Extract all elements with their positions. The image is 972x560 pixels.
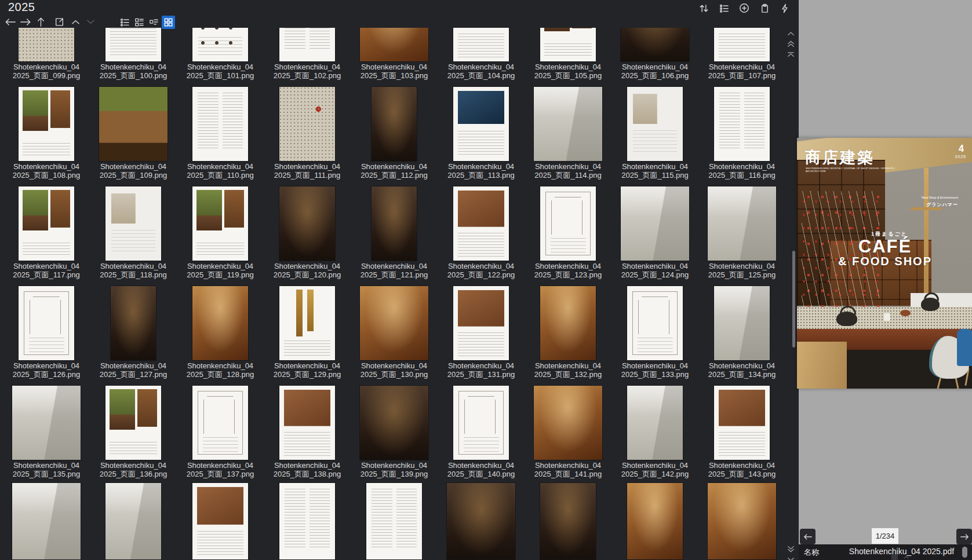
compact-view-icon[interactable] xyxy=(147,16,161,29)
scroll-down-icon[interactable] xyxy=(785,555,796,560)
cover-tagline-name: グランハマー xyxy=(926,202,958,208)
file-item[interactable] xyxy=(525,483,611,560)
file-item[interactable]: Shotenkenchiku_04 2025_页面_111.png xyxy=(264,85,351,184)
file-thumbnail xyxy=(611,85,698,161)
file-item[interactable]: Shotenkenchiku_04 2025_页面_100.png xyxy=(90,28,177,85)
scroll-to-top-icon[interactable] xyxy=(785,50,796,59)
scroll-indicator-icon xyxy=(962,547,967,558)
file-item[interactable]: Shotenkenchiku_04 2025_页面_103.png xyxy=(351,28,438,85)
quick-actions-icon[interactable] xyxy=(779,2,791,14)
file-item[interactable]: Shotenkenchiku_04 2025_页面_129.png xyxy=(264,284,351,383)
scroll-page-up-icon[interactable] xyxy=(785,39,796,49)
file-item[interactable] xyxy=(90,483,177,560)
file-item[interactable]: Shotenkenchiku_04 2025_页面_114.png xyxy=(525,85,611,184)
file-item[interactable]: Shotenkenchiku_04 2025_页面_143.png xyxy=(698,383,784,483)
mini-chevron-up-icon[interactable] xyxy=(903,554,909,560)
file-item[interactable]: Shotenkenchiku_04 2025_页面_113.png xyxy=(438,85,525,184)
file-item[interactable]: Shotenkenchiku_04 2025_页面_104.png xyxy=(438,28,525,85)
next-page-button[interactable] xyxy=(956,529,972,544)
file-item[interactable]: Shotenkenchiku_04 2025_页面_132.png xyxy=(525,284,611,383)
file-item[interactable] xyxy=(3,483,90,560)
file-item[interactable]: Shotenkenchiku_04 2025_页面_137.png xyxy=(177,383,264,483)
file-info-bar: 名称 Shotenkenchiku_04 2025.pdf xyxy=(799,544,972,560)
file-item[interactable] xyxy=(438,483,525,560)
file-name: Shotenkenchiku_04 2025_页面_129.png xyxy=(257,361,358,379)
file-item[interactable]: Shotenkenchiku_04 2025_页面_136.png xyxy=(90,383,177,483)
file-item[interactable]: Shotenkenchiku_04 2025_页面_140.png xyxy=(438,383,525,483)
file-item[interactable]: Shotenkenchiku_04 2025_页面_123.png xyxy=(525,184,611,284)
file-thumbnail xyxy=(90,85,177,161)
file-thumbnail xyxy=(3,383,90,460)
file-name: Shotenkenchiku_04 2025_页面_128.png xyxy=(170,361,271,379)
file-item[interactable]: Shotenkenchiku_04 2025_页面_120.png xyxy=(264,184,351,284)
file-item[interactable]: Shotenkenchiku_04 2025_页面_122.png xyxy=(438,184,525,284)
scroll-page-down-icon[interactable] xyxy=(785,544,796,554)
file-item[interactable]: Shotenkenchiku_04 2025_页面_105.png xyxy=(525,28,611,85)
file-thumbnail xyxy=(90,483,177,559)
file-item[interactable]: Shotenkenchiku_04 2025_页面_135.png xyxy=(3,383,90,483)
sort-icon[interactable] xyxy=(698,2,709,14)
cards-view-icon[interactable] xyxy=(133,16,146,29)
file-name: Shotenkenchiku_04 2025_页面_110.png xyxy=(170,162,271,180)
file-item[interactable]: Shotenkenchiku_04 2025_页面_116.png xyxy=(698,85,784,184)
file-item[interactable]: Shotenkenchiku_04 2025_页面_141.png xyxy=(525,383,611,483)
file-item[interactable] xyxy=(264,483,351,560)
file-info-label: 名称 xyxy=(804,547,819,558)
cover-art-layer xyxy=(900,310,911,316)
file-item[interactable] xyxy=(351,483,438,560)
file-item[interactable]: Shotenkenchiku_04 2025_页面_109.png xyxy=(90,85,177,184)
scroll-up-icon[interactable] xyxy=(785,29,796,38)
file-item[interactable]: Shotenkenchiku_04 2025_页面_128.png xyxy=(177,284,264,383)
file-thumbnail xyxy=(611,28,698,61)
paste-icon[interactable] xyxy=(759,2,770,14)
list-options-icon[interactable] xyxy=(718,2,730,14)
file-item[interactable]: Shotenkenchiku_04 2025_页面_102.png xyxy=(264,28,351,85)
file-item[interactable] xyxy=(611,483,698,560)
file-item[interactable]: Shotenkenchiku_04 2025_页面_118.png xyxy=(90,184,177,284)
mini-grid-icon[interactable] xyxy=(891,554,898,560)
file-item[interactable]: Shotenkenchiku_04 2025_页面_108.png xyxy=(3,85,90,184)
file-item[interactable]: Shotenkenchiku_04 2025_页面_127.png xyxy=(90,284,177,383)
grid-view-icon[interactable] xyxy=(162,16,175,29)
file-item[interactable]: Shotenkenchiku_04 2025_页面_106.png xyxy=(611,28,698,85)
previous-page-button[interactable] xyxy=(800,529,816,544)
file-item[interactable]: Shotenkenchiku_04 2025_页面_110.png xyxy=(177,85,264,184)
file-item[interactable]: Shotenkenchiku_04 2025_页面_115.png xyxy=(611,85,698,184)
file-item[interactable]: Shotenkenchiku_04 2025_页面_130.png xyxy=(351,284,438,383)
file-item[interactable]: Shotenkenchiku_04 2025_页面_125.png xyxy=(698,184,784,284)
file-name: Shotenkenchiku_04 2025_页面_100.png xyxy=(83,63,184,80)
file-thumbnail xyxy=(611,483,698,559)
file-thumbnail xyxy=(611,284,698,360)
file-item[interactable] xyxy=(698,483,784,560)
file-item[interactable]: Shotenkenchiku_04 2025_页面_121.png xyxy=(351,184,438,284)
file-item[interactable]: Shotenkenchiku_04 2025_页面_101.png xyxy=(177,28,264,85)
file-item[interactable]: Shotenkenchiku_04 2025_页面_117.png xyxy=(3,184,90,284)
back-icon[interactable] xyxy=(5,16,16,28)
up-icon[interactable] xyxy=(35,16,46,28)
file-item[interactable]: Shotenkenchiku_04 2025_页面_131.png xyxy=(438,284,525,383)
file-item[interactable]: Shotenkenchiku_04 2025_页面_119.png xyxy=(177,184,264,284)
file-item[interactable]: Shotenkenchiku_04 2025_页面_134.png xyxy=(698,284,784,383)
file-name: Shotenkenchiku_04 2025_页面_120.png xyxy=(257,262,358,279)
collapse-up-icon[interactable] xyxy=(70,16,81,28)
scrollbar-thumb[interactable] xyxy=(792,251,795,347)
file-item[interactable]: Shotenkenchiku_04 2025_页面_139.png xyxy=(351,383,438,483)
file-item[interactable]: Shotenkenchiku_04 2025_页面_142.png xyxy=(611,383,698,483)
file-item[interactable]: Shotenkenchiku_04 2025_页面_138.png xyxy=(264,383,351,483)
open-new-window-icon[interactable] xyxy=(53,16,65,28)
file-manager-window: 2025 xyxy=(0,0,972,560)
forward-icon[interactable] xyxy=(20,16,31,28)
file-item[interactable]: Shotenkenchiku_04 2025_页面_099.png xyxy=(3,28,90,85)
file-thumbnail xyxy=(525,383,611,460)
file-name: Shotenkenchiku_04 2025_页面_121.png xyxy=(344,262,445,279)
zoom-add-icon[interactable] xyxy=(738,2,750,14)
file-name: Shotenkenchiku_04 2025_页面_137.png xyxy=(170,461,271,478)
collapse-down-icon[interactable] xyxy=(85,16,96,28)
file-item[interactable] xyxy=(177,483,264,560)
file-item[interactable]: Shotenkenchiku_04 2025_页面_133.png xyxy=(611,284,698,383)
file-item[interactable]: Shotenkenchiku_04 2025_页面_124.png xyxy=(611,184,698,284)
file-item[interactable]: Shotenkenchiku_04 2025_页面_112.png xyxy=(351,85,438,184)
list-view-icon[interactable] xyxy=(118,16,132,29)
file-item[interactable]: Shotenkenchiku_04 2025_页面_107.png xyxy=(698,28,784,85)
file-item[interactable]: Shotenkenchiku_04 2025_页面_126.png xyxy=(3,284,90,383)
